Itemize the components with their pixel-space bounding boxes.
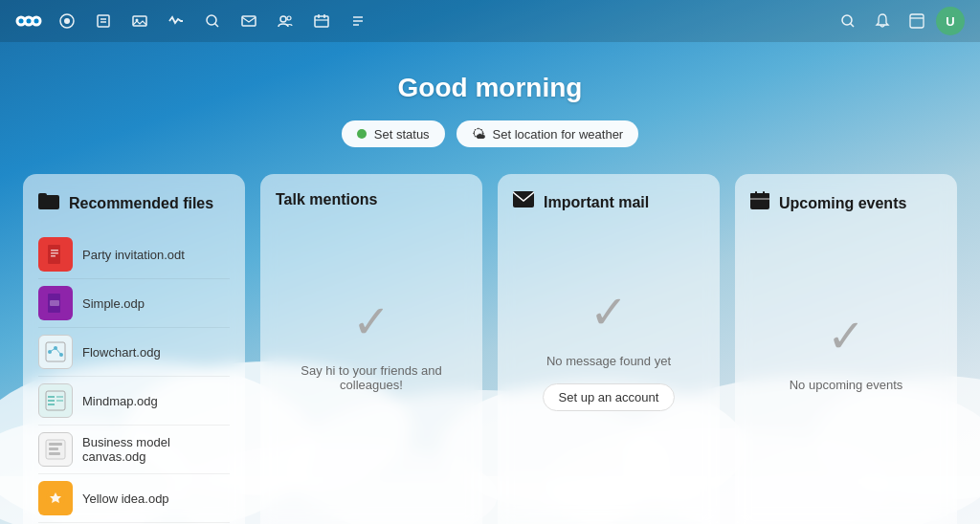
- file-thumb: [38, 432, 73, 467]
- svg-rect-41: [38, 193, 47, 197]
- activity-nav-icon[interactable]: [161, 6, 191, 36]
- search-nav-icon[interactable]: [197, 6, 228, 36]
- file-thumb: [38, 481, 73, 515]
- file-name: Business model canvas.odg: [82, 435, 230, 464]
- events-empty-text: No upcoming events: [790, 378, 903, 392]
- photos-nav-icon[interactable]: [124, 6, 155, 36]
- file-name: Flowchart.odg: [82, 345, 161, 360]
- svg-rect-45: [51, 255, 56, 257]
- svg-rect-44: [51, 252, 58, 254]
- mail-nav-icon[interactable]: [234, 6, 264, 36]
- card-header-files: Recommended files: [38, 191, 230, 215]
- svg-rect-37: [910, 14, 924, 28]
- notes-nav-icon[interactable]: [343, 6, 373, 36]
- file-name: Simple.odp: [82, 296, 145, 311]
- status-bar: Set status 🌤 Set location for weather: [342, 120, 638, 147]
- file-name: Mindmap.odg: [82, 394, 158, 408]
- contacts-nav-icon[interactable]: [270, 6, 301, 36]
- check-icon-events: ✓: [827, 309, 865, 362]
- avatar[interactable]: U: [936, 7, 965, 35]
- mail-empty-state: ✓ No message found yet Set up an account: [513, 229, 704, 468]
- card-header-talk: Talk mentions: [276, 191, 467, 208]
- check-icon-mail: ✓: [590, 285, 628, 338]
- set-status-button[interactable]: Set status: [342, 120, 445, 147]
- recommended-files-title: Recommended files: [69, 195, 213, 212]
- svg-rect-43: [51, 250, 58, 251]
- cards-container: Recommended files Party invitation.odt S…: [0, 174, 980, 524]
- list-item[interactable]: Party invitation.odt: [38, 230, 230, 279]
- file-name: Yellow idea.odp: [82, 491, 169, 506]
- svg-rect-62: [49, 448, 58, 450]
- list-item[interactable]: Simple.odp: [38, 279, 230, 328]
- svg-rect-47: [50, 300, 59, 306]
- card-header-mail: Important mail: [513, 191, 704, 213]
- svg-rect-72: [750, 193, 769, 199]
- svg-line-24: [215, 24, 219, 28]
- svg-line-36: [851, 24, 855, 28]
- main-content: Good morning Set status 🌤 Set location f…: [0, 42, 980, 524]
- svg-point-15: [34, 19, 39, 24]
- weather-icon: 🌤: [472, 126, 485, 142]
- svg-point-17: [64, 18, 70, 24]
- file-thumb: [38, 286, 73, 320]
- list-item[interactable]: Business model canvas.odg: [38, 426, 230, 474]
- mail-card-icon: [513, 191, 534, 213]
- events-empty-state: ✓ No upcoming events: [750, 230, 942, 469]
- svg-rect-42: [48, 245, 60, 264]
- check-icon: ✓: [352, 295, 390, 348]
- svg-point-27: [287, 16, 291, 20]
- dashboard-nav-icon[interactable]: [52, 6, 82, 36]
- set-status-label: Set status: [374, 127, 430, 142]
- svg-rect-75: [763, 191, 765, 195]
- talk-mentions-title: Talk mentions: [276, 191, 377, 208]
- mail-empty-text: No message found yet: [546, 354, 671, 368]
- svg-point-13: [19, 19, 24, 24]
- file-thumb: [38, 383, 73, 418]
- set-location-label: Set location for weather: [493, 127, 624, 142]
- svg-rect-63: [49, 452, 60, 455]
- important-mail-title: Important mail: [544, 194, 649, 211]
- talk-empty-text: Say hi to your friends and colleagues!: [276, 363, 467, 392]
- svg-point-26: [280, 16, 286, 22]
- file-name: Party invitation.odt: [82, 248, 185, 262]
- calendar-card-icon: [750, 191, 769, 215]
- important-mail-card: Important mail ✓ No message found yet Se…: [498, 174, 720, 524]
- status-indicator: [357, 129, 367, 139]
- list-item[interactable]: Yellow idea.odp: [38, 474, 230, 523]
- talk-mentions-card: Talk mentions ✓ Say hi to your friends a…: [260, 174, 482, 524]
- talk-empty-state: ✓ Say hi to your friends and colleagues!: [276, 224, 467, 463]
- nextcloud-logo[interactable]: [15, 12, 42, 30]
- upcoming-events-title: Upcoming events: [779, 195, 906, 212]
- search-right-icon[interactable]: [833, 6, 863, 36]
- settings-icon[interactable]: [902, 6, 932, 36]
- svg-rect-74: [755, 191, 757, 195]
- file-thumb: [38, 237, 73, 272]
- upcoming-events-card: Upcoming events ✓ No upcoming events: [735, 174, 957, 524]
- nav-icons: [52, 6, 833, 36]
- file-list: Party invitation.odt Simple.odp Flowchar…: [38, 230, 230, 524]
- list-item[interactable]: Flowchart.odg: [38, 328, 230, 377]
- recommended-files-card: Recommended files Party invitation.odt S…: [23, 174, 245, 524]
- svg-rect-70: [513, 191, 534, 207]
- files-nav-icon[interactable]: [88, 6, 119, 36]
- svg-point-14: [27, 19, 32, 24]
- file-thumb: [38, 335, 73, 369]
- set-location-button[interactable]: 🌤 Set location for weather: [457, 120, 639, 147]
- nav-right-icons: U: [833, 6, 965, 36]
- setup-account-button[interactable]: Set up an account: [543, 383, 676, 411]
- folder-icon: [38, 191, 59, 215]
- svg-rect-28: [315, 16, 328, 27]
- greeting-title: Good morning: [398, 73, 583, 103]
- svg-rect-25: [242, 16, 256, 26]
- list-item[interactable]: Mindmap.odg: [38, 377, 230, 426]
- top-navigation: U: [0, 0, 980, 42]
- card-header-events: Upcoming events: [750, 191, 942, 215]
- calendar-nav-icon[interactable]: [306, 6, 337, 36]
- svg-rect-18: [98, 15, 109, 27]
- notifications-icon[interactable]: [867, 6, 898, 36]
- svg-rect-61: [49, 443, 62, 446]
